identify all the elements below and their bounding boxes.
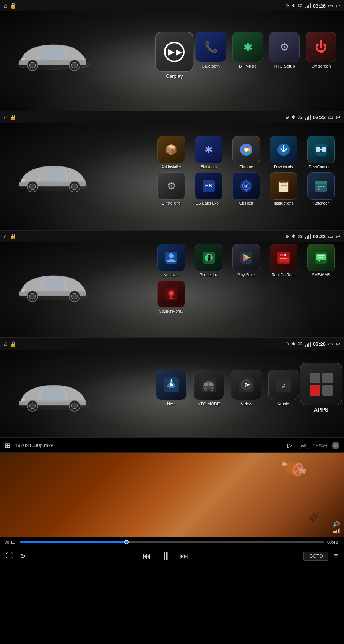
svg-point-43: [323, 186, 324, 187]
back-icon-2[interactable]: ↩: [335, 114, 340, 121]
app-music[interactable]: ♪ Music: [266, 370, 301, 406]
progress-fill: [20, 541, 127, 543]
app-ntgmode[interactable]: NTG MODE: [191, 370, 226, 406]
apps-row-section4: Navi NTG MODE: [154, 363, 338, 413]
app-soundrekord[interactable]: Soundrekord..: [154, 280, 188, 313]
bt-icon-3: ✱: [291, 234, 295, 239]
transport-bar: ⛶ ↻ ⏮ ⏸ ⏭ GOTO ≡: [5, 546, 339, 566]
signal-bars-4: [305, 341, 311, 347]
app-einstellung[interactable]: ⚙ Einstellung: [154, 172, 188, 205]
svg-point-41: [318, 186, 320, 187]
screen-section-2: ⌂ 🔒 ⊕ ✱ 3G 03:23 ▭ ↩: [0, 111, 344, 230]
video-filename: 1920×1080p.mkv: [15, 442, 281, 448]
time-2: 03:23: [313, 115, 326, 120]
app-music-label: Music: [278, 402, 289, 406]
app-smsmms-label: SMS/MMS: [312, 273, 330, 277]
svg-point-16: [244, 148, 248, 152]
svg-point-53: [169, 253, 174, 258]
app-phonelink-label: PhoneLink: [200, 273, 217, 277]
goto-button[interactable]: GOTO: [303, 552, 328, 561]
app-phonelink[interactable]: 📱 PhoneLink: [191, 244, 226, 277]
app-repligorea[interactable]: PDF RepliGo Rea..: [266, 244, 301, 277]
app-kontakte[interactable]: Kontakte: [154, 244, 188, 277]
fullscreen-btn[interactable]: ⛶: [5, 550, 15, 562]
battery-icon-4: ▭: [328, 341, 333, 347]
app-gpstest-label: GpsTest: [239, 201, 253, 205]
grid-icon[interactable]: ⊞: [5, 441, 10, 450]
app-btmusic[interactable]: ✱ BT Music: [230, 32, 265, 79]
home-icon-3[interactable]: ⌂: [4, 233, 8, 240]
app-einstellung-label: Einstellung: [162, 201, 181, 205]
video-subtitle-btn[interactable]: A⃝: [299, 442, 308, 449]
video-topbar: ⊞ 1920×1080p.mkv ▷ A⃝ CHIMEI: [0, 438, 344, 453]
lock-icon-2: 🔒: [10, 114, 16, 120]
app-playstore[interactable]: Play Store: [229, 244, 263, 277]
progress-bar[interactable]: [20, 541, 324, 543]
status-bar-3: ⌂ 🔒 ⊕ ✱ 3G 03:23 ▭ ↩: [0, 231, 344, 242]
app-chrome-label: Chrome: [239, 165, 253, 169]
app-navi[interactable]: Navi: [154, 370, 188, 406]
svg-point-5: [71, 62, 78, 68]
svg-rect-72: [169, 298, 174, 299]
gps-icon-1: ⊕: [285, 3, 289, 8]
prev-btn[interactable]: ⏮: [141, 550, 153, 563]
app-esdatei[interactable]: ES ES Datei Expl..: [191, 172, 226, 205]
video-player-section: ⊞ 1920×1080p.mkv ▷ A⃝ CHIMEI 🍖 ✏ 🔊 00:15: [0, 438, 344, 568]
app-instructions[interactable]: Instructions: [266, 172, 301, 205]
app-bluetooth-s1[interactable]: 📞 Bluetooth: [194, 32, 228, 79]
gps-icon-2: ⊕: [285, 115, 289, 120]
app-bluetooth-s2-label: Bluetooth: [201, 165, 217, 169]
svg-point-31: [245, 185, 247, 187]
car-image-4: [0, 365, 107, 426]
home-icon-2[interactable]: ⌂: [4, 114, 8, 121]
svg-rect-71: [170, 296, 172, 298]
svg-point-76: [29, 403, 36, 409]
app-kalender[interactable]: Kalender: [304, 172, 338, 205]
lock-icon-4: 🔒: [10, 341, 16, 347]
time-4: 03:26: [313, 341, 326, 347]
home-icon[interactable]: ⌂: [4, 2, 8, 9]
signal-bars-1: [305, 3, 311, 8]
app-gpstest[interactable]: GpsTest: [229, 172, 263, 205]
svg-rect-18: [281, 153, 287, 153]
app-repligorea-label: RepliGo Rea..: [272, 273, 296, 277]
svg-rect-86: [209, 383, 213, 386]
app-apps[interactable]: APPS: [304, 363, 338, 413]
app-carplay[interactable]: ▶ Carplay: [157, 32, 191, 79]
back-icon-4[interactable]: ↩: [335, 341, 340, 348]
apps-grid-section3: Kontakte 📱 PhoneLink: [154, 244, 338, 313]
apps-row-section1: ▶ Carplay 📞 Bluetooth ✱ BT Music ⚙ NTG S…: [157, 32, 338, 79]
next-btn[interactable]: ⏭: [178, 550, 190, 563]
chimei-logo: CHIMEI: [313, 443, 328, 448]
play-pause-btn[interactable]: ⏸: [159, 548, 172, 564]
apps-grid-section2: 📦 ApkInstaller ✱ Bluetooth: [154, 136, 338, 205]
app-chrome[interactable]: Chrome: [229, 136, 263, 169]
bt-icon-4: ✱: [291, 341, 295, 347]
app-apps-label: APPS: [314, 407, 328, 413]
app-smsmms[interactable]: SMS/MMS: [304, 244, 338, 277]
app-apkinstaller[interactable]: 📦 ApkInstaller: [154, 136, 188, 169]
home-icon-4[interactable]: ⌂: [4, 341, 8, 347]
signal-bars-2: [305, 115, 311, 120]
progress-thumb: [124, 540, 129, 544]
current-time: 00:15: [5, 540, 17, 544]
video-play-btn[interactable]: ▷: [285, 441, 294, 450]
apps-row2-r2: ⚙ Einstellung ES ES Datei Expl..: [154, 172, 338, 205]
app-offscreen[interactable]: ⏻ Off screen: [304, 32, 338, 79]
playlist-btn[interactable]: ≡: [332, 550, 339, 562]
progress-container: 00:15 00:42: [5, 538, 339, 546]
volume-overlay[interactable]: 🔊: [333, 520, 340, 533]
app-easyconnect-label: EasyConnect..: [308, 165, 333, 169]
apps-row3-r1: Kontakte 📱 PhoneLink: [154, 244, 338, 277]
app-easyconnect[interactable]: EasyConnect..: [304, 136, 338, 169]
back-icon-3[interactable]: ↩: [335, 233, 340, 240]
video-controls: 00:15 00:42 ⛶ ↻ ⏮ ⏸ ⏭ GOTO ≡: [0, 537, 344, 568]
app-ntgsetup[interactable]: ⚙ NTG Setup: [267, 32, 302, 79]
apps-row3-r2: Soundrekord..: [154, 280, 338, 313]
loop-btn[interactable]: ↻: [18, 550, 27, 562]
app-soundrekord-label: Soundrekord..: [159, 309, 183, 313]
app-video[interactable]: Video: [229, 370, 263, 406]
back-icon-1[interactable]: ↩: [335, 2, 340, 10]
app-downloads[interactable]: Downloads: [266, 136, 301, 169]
app-bluetooth-s2[interactable]: ✱ Bluetooth: [191, 136, 226, 169]
